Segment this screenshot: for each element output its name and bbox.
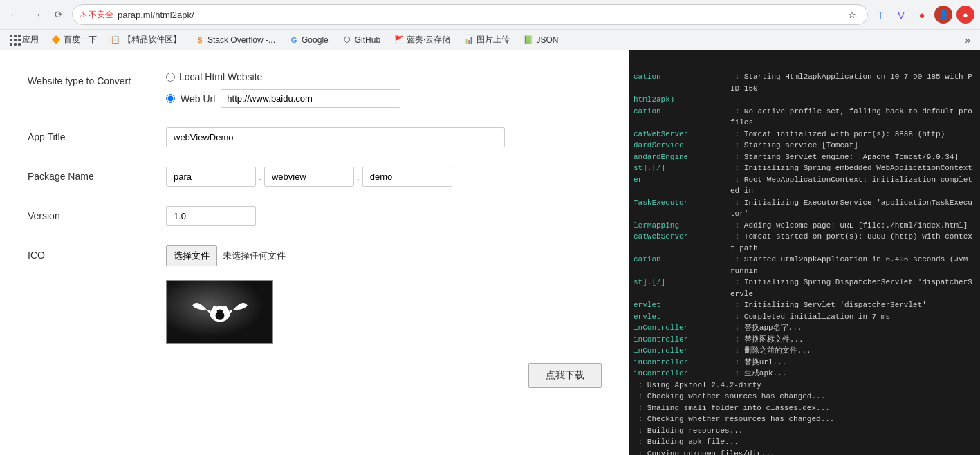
terminal-key: html2apk) [634,94,730,106]
web-url-label[interactable]: Web Url [181,93,215,104]
local-html-radio[interactable] [166,73,175,82]
star-icon[interactable]: ☆ [844,6,860,23]
json-icon: 📗 [524,35,533,45]
bookmark-json[interactable]: 📗 JSON [518,33,564,47]
terminal-key: inController [634,357,730,369]
software-icon: 📋 [111,35,120,45]
terminal-line: andardEngine : Starting Servlet engine: … [634,151,976,163]
terminal-value: : Starting Html2apkApplication on 10-7-9… [730,71,976,94]
website-type-label: Website type to Convert [28,71,166,86]
package-part2-input[interactable] [264,167,354,187]
bookmark-github-label: GitHub [355,35,380,45]
terminal-value: : Starting Servlet engine: [Apache Tomca… [730,151,959,163]
terminal-value: : No active profile set, falling back to… [730,106,976,129]
download-row: 点我下载 [28,363,602,388]
terminal-key: cation [634,106,730,129]
package-name-controls: . . [166,167,602,187]
terminal-value: : Root WebApplicationContext: initializa… [730,174,976,197]
extension-icon[interactable]: ● [956,6,974,24]
bookmark-google[interactable]: G Google [284,33,334,47]
terminal-value: : Building apk file... [634,436,739,448]
terminal-value: : Smaling smali folder into classes.dex.… [634,402,830,414]
main-layout: Website type to Convert Local Html Websi… [0,50,980,455]
terminal-key: TaskExecutor [634,197,730,220]
terminal-key: st].[/] [634,162,730,174]
terminal-line: inController : 替换url... [634,357,976,369]
back-button[interactable]: ← [6,6,24,24]
terminal-value: : Copying unknown files/dir... [634,448,775,456]
app-title-input[interactable] [166,127,505,147]
terminal-key: ervlet [634,299,730,311]
bookmark-github[interactable]: ⬡ GitHub [337,33,386,47]
bookmark-lanzou-label: 蓝奏·云存储 [407,34,450,46]
address-text: parap.ml/html2apk/ [118,10,840,20]
bookmark-stackoverflow-label: Stack Overflow -... [207,35,275,45]
bookmark-software[interactable]: 📋 【精品软件区】 [105,32,187,48]
version-row: Version [28,206,602,226]
bookmark-image[interactable]: 📊 图片上传 [459,32,515,48]
terminal-line: lerMapping : Adding welcome page: URL [f… [634,220,976,232]
terminal-line: : Using Apktool 2.4.2-dirty [634,380,976,391]
vpn-icon[interactable]: V [893,6,909,23]
terminal-value: : 删除之前的文件... [730,345,811,357]
terminal-key: inController [634,368,730,380]
reload-button[interactable]: ⟳ [50,6,68,24]
bookmark-json-label: JSON [536,35,558,45]
terminal-key: inController [634,345,730,357]
dot-separator-1: . [256,171,264,183]
browser-titlebar: ← → ⟳ ⚠ 不安全 parap.ml/html2apk/ ☆ T V ● 👤… [0,0,980,29]
bookmark-baidu-label: 百度一下 [64,34,97,46]
bookmarks-bar: 应用 🔶 百度一下 📋 【精品软件区】 S Stack Overflow -..… [0,29,980,50]
package-part1-input[interactable] [166,167,256,187]
version-controls [166,206,602,226]
package-name-label: Package Name [28,167,166,182]
web-url-option: Web Url [166,89,602,108]
download-button[interactable]: 点我下载 [528,363,602,388]
security-warning: ⚠ 不安全 [80,9,113,21]
web-url-radio[interactable] [166,94,175,103]
terminal-key: lerMapping [634,220,730,232]
ico-controls: 选择文件 未选择任何文件 [166,245,602,344]
terminal-line: : Copying unknown files/dir... [634,448,976,456]
terminal-value: : Initializing Spring embedded WebApplic… [730,162,972,174]
choose-file-button[interactable]: 选择文件 [166,245,217,266]
bookmark-image-label: 图片上传 [477,34,510,46]
bookmark-baidu[interactable]: 🔶 百度一下 [46,32,102,48]
terminal-line: st].[/] : Initializing Spring Dispatcher… [634,277,976,299]
fire-icon[interactable]: ● [914,6,930,23]
website-type-row: Website type to Convert Local Html Websi… [28,71,602,108]
terminal-value: : 替换url... [730,357,786,369]
apps-button[interactable]: 应用 [6,32,43,48]
version-input[interactable] [166,206,256,226]
web-panel: Website type to Convert Local Html Websi… [0,50,629,455]
address-bar[interactable]: ⚠ 不安全 parap.ml/html2apk/ ☆ [72,4,868,25]
ico-row: ICO 选择文件 未选择任何文件 [28,245,602,344]
translate-icon[interactable]: T [872,6,889,23]
terminal-value: : Building resources... [634,425,743,437]
bookmark-lanzou[interactable]: 🚩 蓝奏·云存储 [389,32,456,48]
terminal-value: : Initializing Spring DispatcherServlet … [730,277,976,299]
terminal-key: catWebServer [634,129,730,140]
github-icon: ⬡ [342,35,352,45]
local-html-label[interactable]: Local Html Website [179,71,262,82]
bookmark-stackoverflow[interactable]: S Stack Overflow -... [189,33,281,47]
package-part3-input[interactable] [362,167,452,187]
terminal-line: ervlet : Completed initialization in 7 m… [634,311,976,323]
lanzou-icon: 🚩 [394,35,404,45]
terminal-value: : Tomcat initialized with port(s): 8888 … [730,129,945,140]
terminal-line: er : Root WebApplicationContext: initial… [634,174,976,197]
app-title-label: App Title [28,127,166,142]
terminal-value: : Checking whether resources has changed… [634,414,834,425]
baidu-icon: 🔶 [51,35,61,45]
ico-preview-image [167,281,272,343]
forward-button[interactable]: → [28,6,46,24]
more-bookmarks-button[interactable]: » [961,32,974,48]
terminal-line: inController : 替换app名字... [634,322,976,334]
terminal-line: inController : 删除之前的文件... [634,345,976,357]
apps-label: 应用 [22,34,39,46]
file-no-chosen-text: 未选择任何文件 [223,250,286,262]
web-url-input[interactable] [221,89,400,108]
profile-avatar[interactable]: 👤 [934,6,952,24]
terminal-value: : Checking whether sources has changed..… [634,391,825,402]
image-icon: 📊 [464,35,474,45]
